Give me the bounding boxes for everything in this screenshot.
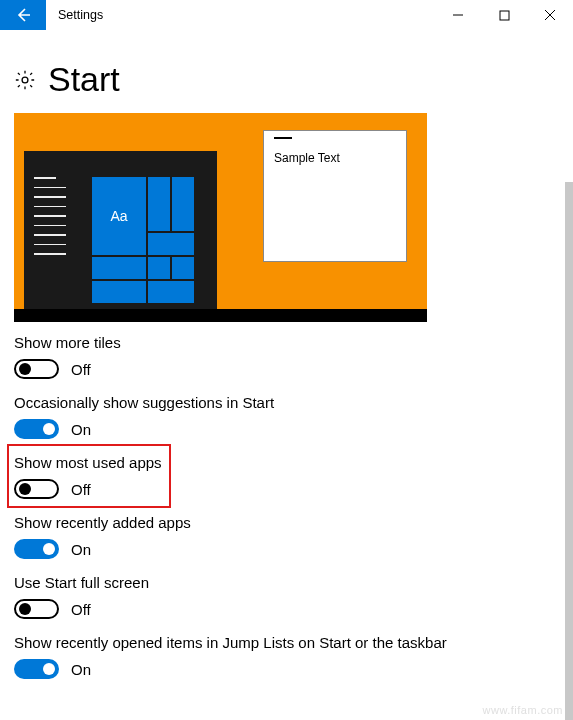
close-icon (544, 9, 556, 21)
minimize-icon (452, 9, 464, 21)
start-menu-mock: Aa (24, 151, 217, 309)
setting-row: Show recently added appsOn (14, 514, 559, 559)
toggle-row: On (14, 659, 559, 679)
toggle-row: Off (14, 359, 559, 379)
toggle-switch[interactable] (14, 659, 59, 679)
setting-row: Show more tilesOff (14, 334, 559, 379)
setting-row: Occasionally show suggestions in StartOn (14, 394, 559, 439)
toggle-state-text: On (71, 661, 91, 678)
setting-label: Use Start full screen (14, 574, 559, 591)
setting-label: Show most used apps (14, 454, 559, 471)
gear-icon (14, 69, 36, 91)
toggle-state-text: Off (71, 481, 91, 498)
back-button[interactable] (0, 0, 46, 30)
window-title: Settings (46, 0, 115, 30)
toggle-state-text: On (71, 541, 91, 558)
titlebar: Settings (0, 0, 573, 30)
toggle-state-text: Off (71, 361, 91, 378)
arrow-left-icon (14, 6, 32, 24)
toggle-switch[interactable] (14, 479, 59, 499)
toggle-row: On (14, 419, 559, 439)
page-heading: Start (0, 30, 573, 113)
toggle-switch[interactable] (14, 599, 59, 619)
settings-list: Show more tilesOffOccasionally show sugg… (0, 322, 573, 679)
setting-row: Use Start full screenOff (14, 574, 559, 619)
sample-window: Sample Text (263, 130, 407, 262)
maximize-icon (499, 10, 510, 21)
setting-label: Show more tiles (14, 334, 559, 351)
toggle-row: Off (14, 479, 559, 499)
setting-label: Show recently opened items in Jump Lists… (14, 634, 559, 651)
toggle-row: On (14, 539, 559, 559)
tile-sample: Aa (92, 177, 146, 255)
start-preview: Aa Sample Text (14, 113, 427, 322)
maximize-button[interactable] (481, 0, 527, 30)
setting-label: Show recently added apps (14, 514, 559, 531)
minimize-button[interactable] (435, 0, 481, 30)
titlebar-spacer (115, 0, 435, 30)
watermark: www.fifam.com (483, 704, 563, 716)
svg-rect-0 (500, 11, 509, 20)
sample-window-text: Sample Text (274, 151, 396, 165)
scrollbar-track[interactable] (565, 94, 573, 720)
toggle-state-text: On (71, 421, 91, 438)
close-button[interactable] (527, 0, 573, 30)
toggle-switch[interactable] (14, 359, 59, 379)
toggle-switch[interactable] (14, 419, 59, 439)
page-title: Start (48, 60, 120, 99)
toggle-switch[interactable] (14, 539, 59, 559)
scrollbar-thumb[interactable] (565, 182, 573, 720)
toggle-row: Off (14, 599, 559, 619)
setting-row: Show recently opened items in Jump Lists… (14, 634, 559, 679)
toggle-state-text: Off (71, 601, 91, 618)
svg-point-1 (22, 77, 28, 83)
setting-label: Occasionally show suggestions in Start (14, 394, 559, 411)
setting-row: Show most used appsOff (14, 454, 559, 499)
